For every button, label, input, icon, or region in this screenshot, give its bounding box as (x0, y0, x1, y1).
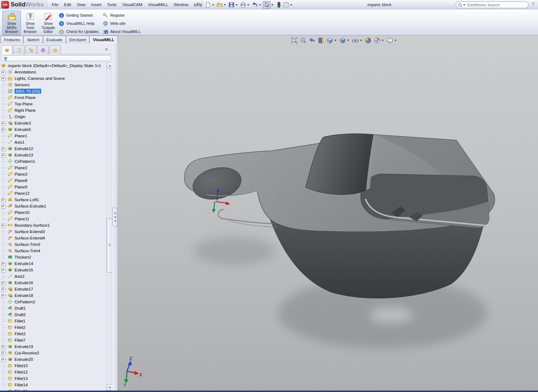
tree-item-plane3[interactable]: Plane3 (0, 171, 106, 177)
panel-tab-featuremanager-design-tree[interactable] (1, 45, 12, 54)
tree-item-root[interactable]: organic block (Default<<Default>_Display… (0, 62, 106, 69)
view-settings-icon[interactable] (373, 37, 381, 44)
save-dropdown-icon[interactable] (235, 4, 238, 6)
tab-visualmill[interactable]: VisualMILL (89, 35, 118, 44)
tree-item-cirpattern2[interactable]: CirPattern2 (0, 299, 106, 305)
view-orientation-icon[interactable] (326, 37, 334, 44)
tree-item-lights-cameras-and-scene[interactable]: Lights, Cameras and Scene (0, 75, 106, 82)
tree-item-fillet15[interactable]: Fillet15 (0, 388, 106, 391)
tree-item-fillet14[interactable]: Fillet14 (0, 382, 106, 388)
search-dropdown-icon[interactable] (463, 4, 465, 6)
apply-scene-icon[interactable] (364, 37, 372, 44)
menu-window[interactable]: Window (171, 0, 191, 9)
display-style-dropdown-icon[interactable] (347, 40, 349, 41)
expand-toggle-icon[interactable] (1, 269, 5, 272)
expand-toggle-icon[interactable] (1, 345, 5, 349)
tab-evaluate[interactable]: Evaluate (43, 36, 66, 43)
tree-item-extrude14[interactable]: Extrude14 (0, 260, 106, 267)
tab-features[interactable]: Features (1, 36, 23, 43)
tree-item-axis1[interactable]: Axis1 (0, 139, 106, 145)
expand-toggle-icon[interactable] (1, 281, 5, 285)
show-mops-browser-button[interactable]: Show MOPs Browser (2, 11, 21, 35)
tree-item-origin[interactable]: Origin (0, 114, 106, 120)
tab-dimxpert[interactable]: DimXpert (66, 36, 89, 43)
expand-toggle-icon[interactable] (1, 294, 5, 298)
tree-item-plane12[interactable]: Plane12 (0, 190, 106, 197)
tree-item-right-plane[interactable]: Right Plane (0, 107, 106, 114)
tree-item-boundary-surface1[interactable]: Boundary-Surface1 (0, 222, 106, 228)
tree-item-extrude20[interactable]: Extrude20 (0, 356, 106, 363)
new-document-icon[interactable] (204, 1, 211, 9)
tree-scrollbar[interactable] (106, 62, 112, 391)
visualmill-help-link[interactable]: ?VisualMILL Help (59, 20, 95, 27)
tree-item-thicken2[interactable]: Thicken2 (0, 254, 106, 260)
tree-item-extrude19[interactable]: Extrude19 (0, 343, 106, 350)
tree-item-extrude15[interactable]: Extrude15 (0, 267, 106, 273)
tree-item-extrude17[interactable]: Extrude17 (0, 286, 106, 292)
print-icon[interactable] (239, 1, 246, 9)
tree-item-cirpattern1[interactable]: CirPattern1 (0, 158, 106, 165)
graphics-viewport[interactable]: Z X Y (117, 35, 538, 392)
tree-item-annotations[interactable]: AAnnotations (0, 69, 106, 75)
expand-toggle-icon[interactable] (1, 288, 5, 292)
tree-item-top-plane[interactable]: Top Plane (0, 101, 106, 107)
hide-show-items-dropdown-icon[interactable] (360, 40, 362, 41)
expand-toggle-icon[interactable] (1, 77, 5, 81)
tab-sketch[interactable]: Sketch (23, 36, 43, 43)
show-tools-browser-button[interactable]: Show Tools Browser (21, 11, 39, 35)
display-style-icon[interactable] (338, 37, 346, 44)
options-dropdown-icon[interactable] (290, 4, 292, 6)
tree-item-draft1[interactable]: Draft1 (0, 305, 106, 311)
tree-item-front-plane[interactable]: Front Plane (0, 94, 106, 101)
tree-filter-bar[interactable] (1, 55, 111, 61)
undo-dropdown-icon[interactable] (259, 4, 261, 6)
tree-item-draft2[interactable]: Draft2 (0, 311, 106, 318)
draft-analysis-icon[interactable] (386, 37, 394, 44)
scroll-up-button[interactable] (107, 62, 113, 68)
expand-toggle-icon[interactable] (1, 154, 5, 158)
expand-toggle-icon[interactable] (1, 198, 5, 202)
previous-view-icon[interactable] (308, 37, 316, 44)
expand-toggle-icon[interactable] (1, 128, 5, 132)
about-visualmill-link[interactable]: iAbout VisualMILL (103, 28, 141, 35)
expand-toggle-icon[interactable] (1, 358, 5, 362)
menu-insert[interactable]: Insert (88, 0, 104, 9)
register-link[interactable]: Register (103, 12, 125, 18)
view-settings-dropdown-icon[interactable] (382, 40, 384, 41)
tree-item-extrude3[interactable]: Extrude3 (0, 120, 106, 126)
tree-item-surface-extrude1[interactable]: Surface-Extrude1 (0, 203, 106, 209)
menu-visualcam[interactable]: VisualCAM (120, 0, 145, 9)
menu-edit[interactable]: Edit (61, 0, 74, 9)
search-box[interactable] (456, 1, 528, 8)
zoom-to-fit-icon[interactable] (290, 37, 298, 44)
expand-toggle-icon[interactable] (1, 262, 5, 266)
tree-item-axis2[interactable]: Axis2 (0, 273, 106, 280)
tree-item-surface-trim3[interactable]: Surface-Trim3 (0, 241, 106, 248)
menu-view[interactable]: View (74, 0, 88, 9)
panel-overflow-button[interactable]: » (105, 46, 108, 52)
web-site-link[interactable]: Web-site (103, 20, 126, 27)
tree-item-surface-extend3[interactable]: Surface-Extend3 (0, 228, 106, 235)
panel-tab-displaymanager[interactable] (49, 45, 61, 54)
tree-item-extrude18[interactable]: Extrude18 (0, 292, 106, 299)
model-3d-view[interactable]: Z X Y (117, 35, 538, 392)
tree-item-plane2[interactable]: Plane2 (0, 165, 106, 171)
tree-item-fillet10[interactable]: Fillet10 (0, 363, 106, 369)
panel-collapse-handle[interactable] (112, 208, 117, 227)
menu-file[interactable]: File (49, 0, 61, 9)
select-cursor-icon[interactable] (263, 1, 271, 9)
zoom-to-area-icon[interactable] (299, 37, 307, 44)
view-orientation-dropdown-icon[interactable] (334, 40, 337, 41)
tree-item-fillet13[interactable]: Fillet13 (0, 375, 106, 382)
expand-toggle-icon[interactable] (1, 122, 5, 126)
getting-started-link[interactable]: iGetting Started (59, 12, 93, 18)
draft-analysis-dropdown-icon[interactable] (394, 40, 396, 41)
tree-item-plane8[interactable]: Plane8 (0, 177, 106, 184)
tree-item-plane10[interactable]: Plane10 (0, 209, 106, 216)
tree-item-plane1[interactable]: Plane1 (0, 133, 106, 139)
expand-toggle-icon[interactable] (1, 205, 5, 209)
tree-item-6061-t6-ss-[interactable]: 6061-T6 (SS) (0, 88, 106, 94)
tree-item-extrude16[interactable]: Extrude16 (0, 280, 106, 286)
menu-tools[interactable]: Tools (104, 0, 120, 9)
tree-item-plane9[interactable]: Plane9 (0, 184, 106, 190)
